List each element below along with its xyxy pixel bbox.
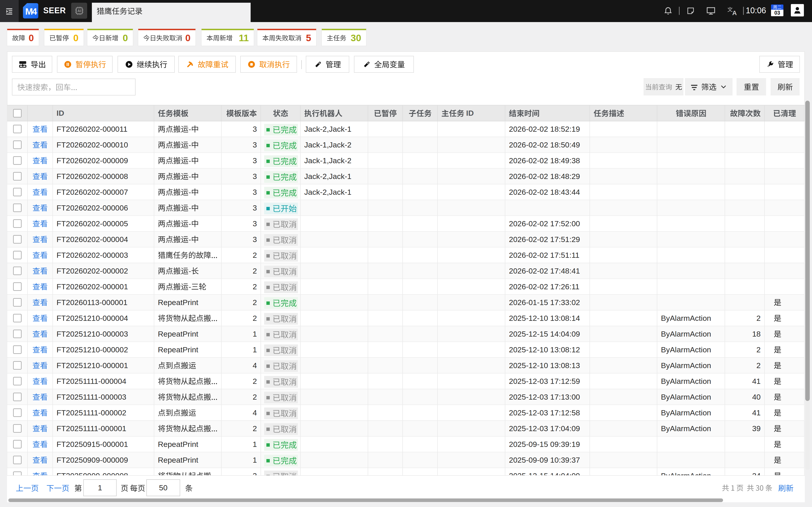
svg-text:M4: M4 [25, 6, 37, 17]
svg-text:AI: AI [77, 9, 81, 13]
